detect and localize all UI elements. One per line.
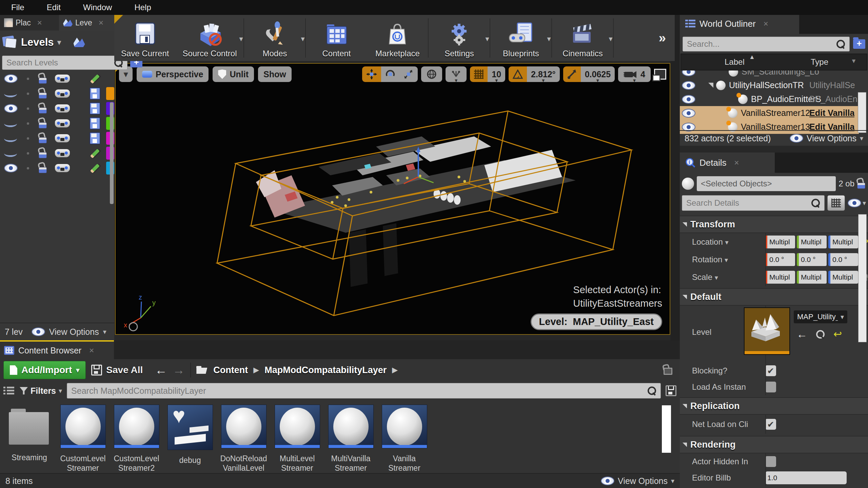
selected-objects-dropdown[interactable]: <Selected Objects> — [697, 176, 836, 191]
surface-snap-button[interactable] — [446, 66, 467, 82]
breadcrumb-arrow-icon[interactable]: ▶ — [392, 366, 398, 374]
close-icon[interactable]: ✕ — [734, 159, 739, 167]
chevron-down-icon[interactable]: ▾ — [57, 38, 61, 46]
source-control-button[interactable]: ▾ Source Control — [176, 15, 243, 61]
lock-icon[interactable] — [39, 148, 47, 158]
section-transform[interactable]: Transform — [680, 216, 868, 233]
back-arrow[interactable]: ← — [155, 364, 167, 376]
visibility-eye-icon[interactable] — [4, 150, 19, 157]
save-state-icon[interactable] — [89, 147, 101, 159]
property-label[interactable]: Scale ▾ — [692, 272, 765, 282]
level-row[interactable] — [0, 86, 114, 101]
location-y-field[interactable]: Multipl — [797, 236, 827, 248]
rotation-snap-value[interactable]: 2.812° — [527, 66, 560, 82]
property-matrix-button[interactable] — [827, 195, 845, 211]
levels-search-input[interactable] — [2, 56, 127, 70]
use-selected-icon[interactable]: ← — [796, 329, 807, 340]
level-dropdown[interactable]: MAP_Utility_E▾ — [794, 310, 847, 323]
rotation-x-field[interactable]: 0.0 ° — [765, 253, 795, 266]
section-default[interactable]: Default — [680, 288, 868, 306]
asset-folder-streaming[interactable]: Streaming — [5, 405, 53, 473]
outliner-row[interactable]: UtilityHallSectionTR UtilityHallSe — [680, 78, 868, 92]
show-button[interactable]: Show — [258, 66, 292, 82]
visibility-eye-icon[interactable] — [4, 90, 19, 97]
gamepad-icon[interactable] — [55, 89, 70, 98]
location-x-field[interactable]: Multipl — [765, 236, 795, 248]
gamepad-icon[interactable] — [55, 164, 70, 172]
save-state-icon[interactable] — [89, 132, 101, 144]
visibility-eye-icon[interactable] — [4, 74, 19, 83]
lock-icon[interactable] — [39, 88, 47, 99]
scale-x-field[interactable]: Multipl — [765, 271, 795, 284]
tab-levels[interactable]: Leve ✕ — [59, 15, 114, 30]
asset-tile[interactable]: Vanilla Streamer — [380, 405, 428, 473]
settings-button[interactable]: ▾ Settings — [429, 15, 490, 61]
tab-world-outliner[interactable]: World Outliner ✕ — [680, 14, 799, 34]
blocking-checkbox[interactable] — [765, 365, 776, 376]
sources-panel-toggle-icon[interactable] — [3, 386, 15, 395]
visibility-eye-icon[interactable] — [4, 164, 19, 172]
save-state-icon[interactable] — [89, 117, 101, 129]
asset-tile[interactable]: MultiLevel Streamer — [273, 405, 321, 473]
content-search-input[interactable] — [67, 383, 661, 399]
level-row[interactable] — [0, 71, 114, 86]
outliner-row[interactable]: SM_Scaffoldings_Lon_Scaffold — [680, 70, 868, 78]
lock-icon[interactable] — [39, 163, 47, 173]
add-folder-icon[interactable] — [853, 39, 865, 49]
levels-scrollbar[interactable] — [110, 102, 114, 204]
gamepad-icon[interactable] — [55, 134, 70, 142]
save-search-icon[interactable] — [666, 385, 676, 396]
modes-button[interactable]: ▾ Modes — [244, 15, 305, 61]
level-row[interactable] — [0, 161, 114, 176]
move-tool-button[interactable] — [362, 66, 381, 82]
filters-button[interactable]: Filters ▾ — [20, 386, 62, 396]
details-search-input[interactable] — [682, 195, 825, 211]
reset-icon[interactable]: ↩ — [833, 329, 842, 339]
content-scrollbar[interactable] — [662, 405, 671, 453]
load-as-instance-checkbox[interactable] — [765, 382, 776, 392]
net-load-checkbox[interactable] — [765, 419, 776, 430]
scale-snap-value[interactable]: 0.0625 — [581, 66, 615, 82]
outliner-row[interactable]: BP_AudioEmitterS BP_AudioEn — [680, 92, 868, 106]
scale-y-field[interactable]: Multipl — [797, 271, 827, 284]
asset-tile[interactable]: CustomLevel Streamer — [59, 405, 107, 473]
level-asset-thumbnail[interactable] — [744, 308, 790, 354]
rotation-snap-toggle[interactable] — [509, 66, 527, 82]
outliner-view-options[interactable]: View Options ▾ — [790, 134, 863, 143]
lock-icon[interactable] — [39, 118, 47, 128]
asset-tile[interactable]: debug — [166, 405, 214, 473]
gamepad-icon[interactable] — [55, 149, 70, 157]
tab-place[interactable]: Plac ✕ — [0, 15, 59, 30]
lock-icon[interactable] — [39, 133, 47, 143]
grid-snap-toggle[interactable] — [470, 66, 488, 82]
level-row[interactable] — [0, 116, 114, 131]
close-icon[interactable]: ✕ — [763, 20, 769, 28]
save-state-icon[interactable] — [89, 162, 101, 174]
scale-z-field[interactable]: Multipl — [828, 271, 858, 284]
menu-edit[interactable]: Edit — [36, 3, 72, 12]
scale-snap-toggle[interactable] — [563, 66, 581, 82]
save-current-button[interactable]: Save Current — [114, 15, 176, 61]
grid-snap-value[interactable]: 10 — [488, 66, 505, 82]
column-label[interactable]: Label — [681, 57, 745, 67]
save-state-icon[interactable] — [89, 73, 101, 84]
viewport[interactable]: ▾ Perspective Unlit Show — [115, 63, 670, 335]
save-all-button[interactable]: Save All — [91, 365, 143, 375]
levels-view-options[interactable]: View Options — [49, 327, 99, 337]
asset-tile[interactable]: CustomLevel Streamer2 — [113, 405, 160, 473]
asset-tile[interactable]: MultiVanilla Streamer — [327, 405, 375, 473]
outliner-column-headers[interactable]: Label ▲ Type ▼ — [680, 54, 867, 70]
level-color-chip[interactable] — [106, 72, 114, 85]
panel-divider[interactable] — [670, 15, 680, 340]
view-mode-button[interactable]: Unlit — [213, 66, 254, 82]
rotate-tool-button[interactable] — [381, 66, 399, 82]
lock-icon[interactable] — [664, 365, 672, 375]
tab-details[interactable]: i Details ✕ — [680, 152, 775, 173]
close-icon[interactable]: ✕ — [89, 347, 94, 354]
content-view-options[interactable]: View Options ▾ — [601, 476, 674, 486]
lock-icon[interactable] — [39, 74, 47, 84]
expand-arrow-icon[interactable] — [708, 83, 713, 88]
content-button[interactable]: Content — [306, 15, 367, 61]
level-row[interactable] — [0, 101, 114, 116]
close-icon[interactable]: ✕ — [37, 19, 42, 27]
